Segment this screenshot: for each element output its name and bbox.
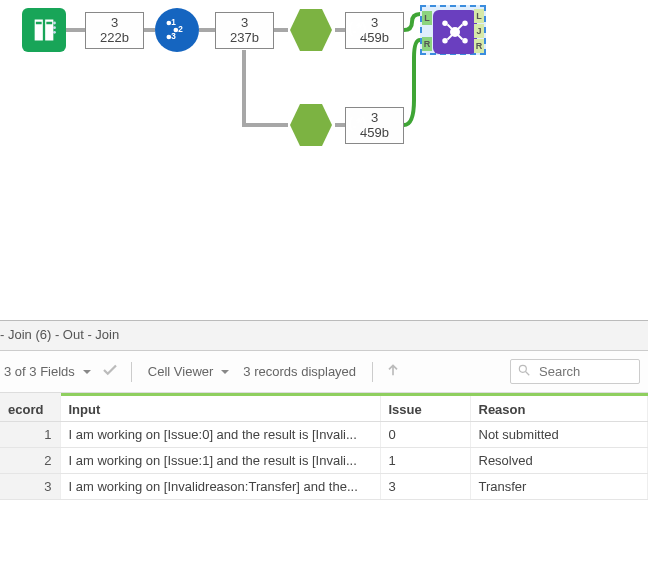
records-displayed: 3 records displayed [239, 362, 360, 381]
search-icon [517, 363, 531, 380]
byte-count: 237b [230, 31, 259, 45]
cell-reason: Transfer [470, 474, 648, 500]
cell-record: 2 [0, 448, 60, 474]
svg-line-17 [448, 35, 453, 40]
svg-line-15 [458, 25, 463, 30]
cell-input: I am working on [Invalidreason:Transfer]… [60, 474, 380, 500]
record-count: 3 [111, 16, 118, 30]
byte-count: 222b [100, 31, 129, 45]
svg-point-8 [167, 35, 172, 40]
table-row[interactable]: 3 I am working on [Invalidreason:Transfe… [0, 474, 648, 500]
separator [372, 362, 373, 382]
search-input[interactable] [537, 363, 633, 380]
cell-record: 3 [0, 474, 60, 500]
cell-issue: 1 [380, 448, 470, 474]
cell-record: 1 [0, 422, 60, 448]
record-count: 3 [241, 16, 248, 30]
svg-text:2: 2 [178, 25, 183, 34]
results-title: - Join (6) - Out - Join [0, 321, 648, 351]
cell-reason: Not submitted [470, 422, 648, 448]
svg-point-0 [53, 22, 56, 25]
cell-viewer-dropdown[interactable]: Cell Viewer [144, 362, 234, 381]
separator [131, 362, 132, 382]
svg-marker-9 [290, 9, 332, 51]
table-row[interactable]: 1 I am working on [Issue:0] and the resu… [0, 422, 648, 448]
join-tool-selected[interactable]: L R L J R [420, 5, 486, 55]
regex-tool[interactable]: (.*) [288, 7, 334, 53]
fields-dropdown[interactable]: 3 of 3 Fields [0, 362, 95, 381]
cell-reason: Resolved [470, 448, 648, 474]
arrow-up-icon[interactable] [385, 362, 401, 381]
output-anchor-regex2[interactable]: 3 459b [345, 107, 404, 144]
svg-point-1 [53, 26, 56, 29]
svg-point-20 [519, 365, 526, 372]
join-port-left-in[interactable]: L [422, 11, 432, 25]
cell-viewer-label: Cell Viewer [148, 364, 214, 379]
byte-count: 459b [360, 31, 389, 45]
table-row[interactable]: 2 I am working on [Issue:1] and the resu… [0, 448, 648, 474]
search-box[interactable] [510, 359, 640, 384]
svg-line-13 [448, 25, 453, 30]
text-input-tool[interactable] [22, 8, 66, 52]
svg-point-7 [174, 28, 179, 33]
check-icon[interactable] [101, 361, 119, 382]
svg-point-2 [53, 31, 56, 34]
join-port-right-out[interactable]: R [474, 39, 484, 53]
svg-text:1: 1 [171, 18, 176, 27]
col-record[interactable]: ecord [0, 395, 60, 422]
record-count: 3 [371, 16, 378, 30]
workflow-canvas[interactable]: 3 222b 123 3 237b (.*) 3 459b (.*) 3 459… [0, 0, 648, 320]
cell-input: I am working on [Issue:1] and the result… [60, 448, 380, 474]
cell-issue: 0 [380, 422, 470, 448]
fields-label: 3 of 3 Fields [4, 364, 75, 379]
cell-issue: 3 [380, 474, 470, 500]
regex-tool[interactable]: (.*) [288, 102, 334, 148]
svg-line-21 [526, 372, 530, 376]
output-anchor-regex1[interactable]: 3 459b [345, 12, 404, 49]
join-tool-icon [433, 10, 477, 54]
results-panel: - Join (6) - Out - Join 3 of 3 Fields Ce… [0, 320, 648, 500]
results-toolbar: 3 of 3 Fields Cell Viewer 3 records disp… [0, 351, 648, 393]
svg-text:3: 3 [171, 32, 176, 41]
join-port-join-out[interactable]: J [474, 24, 484, 38]
cell-input: I am working on [Issue:0] and the result… [60, 422, 380, 448]
output-anchor-select[interactable]: 3 237b [215, 12, 274, 49]
col-input[interactable]: Input [60, 395, 380, 422]
join-port-left-out[interactable]: L [474, 9, 484, 23]
record-count: 3 [371, 111, 378, 125]
results-grid[interactable]: ecord Input Issue Reason 1 I am working … [0, 393, 648, 500]
svg-marker-10 [290, 104, 332, 146]
svg-line-19 [458, 35, 463, 40]
col-issue[interactable]: Issue [380, 395, 470, 422]
svg-point-6 [167, 21, 172, 26]
output-anchor-input[interactable]: 3 222b [85, 12, 144, 49]
col-reason[interactable]: Reason [470, 395, 648, 422]
select-tool[interactable]: 123 [155, 8, 199, 52]
byte-count: 459b [360, 126, 389, 140]
join-port-right-in[interactable]: R [422, 37, 432, 51]
